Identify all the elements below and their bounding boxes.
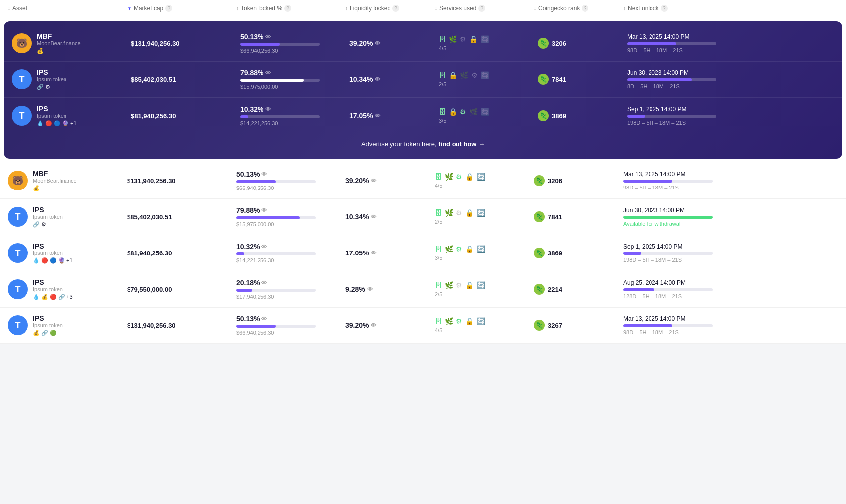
advertise-link[interactable]: find out how	[438, 140, 476, 148]
locked-amt-3: $17,940,256.30	[236, 294, 345, 300]
locked-amt-1: $15,975,000.00	[236, 221, 345, 227]
eye-liq-n-1[interactable]: 👁	[371, 214, 376, 220]
badge: 🔴	[41, 257, 48, 264]
col-header-coingecko[interactable]: ↕ Coingecko rank ?	[534, 5, 623, 12]
marketcap-2: $81,940,256.30	[127, 250, 236, 257]
eye-liq-2[interactable]: 👁	[375, 76, 380, 82]
svc-db-2: 🗄	[439, 71, 446, 79]
badge-ips1-1: 🔗	[37, 84, 44, 90]
eye-liq-n-3[interactable]: 👁	[367, 286, 373, 292]
progress-bg-3	[240, 115, 320, 118]
liquidity-ips2-featured: 17.05% 👁	[349, 112, 439, 120]
asset-cell-3: T IPS Ipsum token 💧💰🔴🔗+3	[8, 278, 127, 300]
eye-icon-1[interactable]: 👁	[265, 34, 271, 40]
asset-cell-2: T IPS Ipsum token 💧🔴🔵🔮+1	[8, 242, 127, 264]
svc-icon-3-1: 🌿	[445, 281, 453, 289]
sort-icon-liquidity: ↕	[345, 6, 348, 11]
col-header-marketcap[interactable]: ▼ Market cap ?	[127, 5, 236, 12]
cg-rank-2: 7841	[552, 76, 566, 83]
help-marketcap[interactable]: ?	[165, 5, 172, 12]
svc-count-2: 3/5	[435, 255, 534, 261]
eye-icon-3[interactable]: 👁	[265, 106, 271, 112]
services-2: 🗄🌿⚙🔒🔄 3/5	[435, 245, 534, 261]
help-coingecko[interactable]: ?	[582, 5, 588, 12]
eye-liq-n-4[interactable]: 👁	[371, 322, 376, 328]
tokenlocked-ips1-featured: 79.88% 👁 $15,975,000.00	[240, 69, 349, 90]
help-nextunlock[interactable]: ?	[661, 5, 668, 12]
asset-info-4: IPS Ipsum token 💰🔗🟢	[33, 315, 63, 336]
name-3: Ipsum token	[33, 286, 73, 292]
svc-icon-1-4: 🔄	[477, 209, 485, 217]
unlock-prog-fill-3	[627, 115, 645, 118]
cg-rank-1: 3206	[552, 40, 566, 47]
unlock-fill-1	[623, 216, 713, 219]
tokenlocked-0: 50.13% 👁 $66,940,256.30	[236, 170, 345, 191]
unlock-fill-0	[623, 180, 672, 183]
col-label-asset: Asset	[12, 5, 27, 12]
badge: 💰	[33, 330, 40, 336]
eye-icon-2[interactable]: 👁	[265, 70, 271, 76]
eye-4[interactable]: 👁	[261, 316, 267, 322]
eye-0[interactable]: 👁	[261, 171, 267, 177]
eye-liq-n-0[interactable]: 👁	[371, 178, 376, 184]
services-mbf-featured: 🗄 🌿 ⚙ 🔒 🔄 4/5	[439, 35, 538, 51]
help-services[interactable]: ?	[478, 5, 485, 12]
unlock-prog-bg-3	[627, 115, 716, 118]
tokenlocked-3: 20.18% 👁 $17,940,256.30	[236, 279, 345, 300]
locked-pct-val-3: 10.32%	[240, 105, 263, 113]
eye-liq-3[interactable]: 👁	[375, 113, 380, 119]
badge: 🔗	[58, 294, 65, 300]
name-mbf-featured: MoonBear.finance	[37, 40, 81, 46]
svc-icon-4-2: ⚙	[456, 317, 462, 325]
featured-section: 🐻 MBF MoonBear.finance 💰 $131,940,256.30…	[4, 21, 842, 159]
advertise-bar: Advertise your token here, find out how …	[4, 133, 842, 155]
table-row-0: 🐻 MBF MoonBear.finance 💰 $131,940,256.30…	[0, 163, 846, 199]
badge: 🔵	[50, 257, 57, 264]
tokenlocked-mbf-featured: 50.13% 👁 $66,940,256.30	[240, 33, 349, 54]
svc-icon-4-3: 🔒	[465, 317, 474, 325]
help-tokenlocked[interactable]: ?	[284, 5, 291, 12]
tokenlocked-ips2-featured: 10.32% 👁 $14,221,256.30	[240, 105, 349, 126]
liquidity-ips1-featured: 10.34% 👁	[349, 75, 439, 83]
unlock-prog-3	[623, 288, 713, 291]
progress-fill-1	[240, 43, 280, 46]
badges-1: 🔗⚙	[33, 221, 63, 228]
asset-info-mbf-featured: MBF MoonBear.finance 💰	[37, 32, 81, 54]
badge: 🔗	[41, 330, 48, 336]
eye-2[interactable]: 👁	[261, 244, 267, 250]
eye-liq-n-2[interactable]: 👁	[371, 250, 376, 256]
badge: 🔮	[58, 257, 65, 264]
progress-bg-1	[240, 43, 320, 46]
services-count-1: 4/5	[439, 45, 538, 51]
avatar-0: 🐻	[8, 171, 28, 190]
badge-ips2-1: 💧	[37, 120, 44, 126]
progress-fill-2	[240, 79, 304, 82]
help-liquidity[interactable]: ?	[392, 5, 399, 12]
unlock-prog-bg-2	[627, 78, 716, 81]
svc-icons-4: 🗄🌿⚙🔒🔄	[435, 317, 534, 325]
eye-1[interactable]: 👁	[261, 207, 267, 213]
unlock-countdown-1: 98D – 5H – 18M – 21S	[627, 47, 736, 53]
svc-icon-4-0: 🗄	[435, 317, 442, 325]
svc-count-0: 4/5	[435, 183, 534, 189]
marketcap-0: $131,940,256.30	[127, 177, 236, 185]
col-header-liquidity[interactable]: ↕ Liquidity locked ?	[345, 5, 435, 12]
svc-icon-3-2: ⚙	[456, 281, 462, 289]
badges-mbf-featured: 💰	[37, 48, 81, 54]
unlock-prog-bg-1	[627, 42, 716, 45]
svc-icon-2-2: ⚙	[456, 245, 462, 253]
services-ips2-featured: 🗄 🔒 ⚙ 🌿 🔄 3/5	[439, 108, 538, 124]
services-count-3: 3/5	[439, 118, 538, 124]
unlock-prog-1	[623, 216, 713, 219]
locked-amount-1: $66,940,256.30	[240, 48, 349, 54]
prog-fill-0	[236, 180, 276, 183]
col-header-nextunlock[interactable]: ↕ Next unlock ?	[623, 5, 732, 12]
eye-liq-1[interactable]: 👁	[375, 40, 380, 46]
badge: 💰	[41, 294, 48, 300]
unlock-prog-fill-1	[627, 42, 676, 45]
col-header-tokenlocked[interactable]: ↕ Token locked % ?	[236, 5, 345, 12]
svc-count-4: 4/5	[435, 327, 534, 333]
eye-3[interactable]: 👁	[261, 280, 267, 286]
col-header-services[interactable]: ↕ Services used ?	[435, 5, 534, 12]
col-header-asset[interactable]: ↕ Asset	[8, 5, 127, 12]
